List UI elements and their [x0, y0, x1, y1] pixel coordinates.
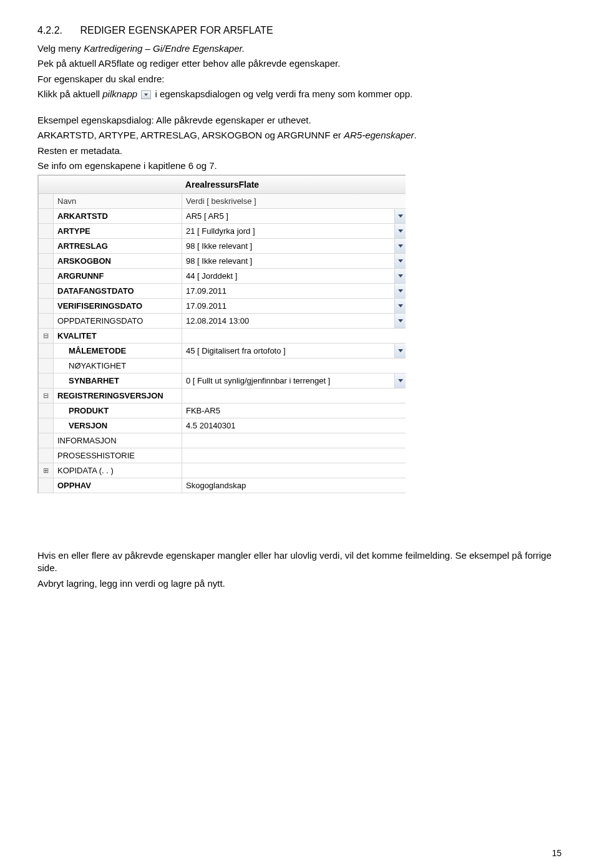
dropdown-arrow-icon: [141, 90, 151, 99]
property-name: DATAFANGSTDATO: [54, 284, 182, 298]
property-row: PROSESSHISTORIE: [39, 448, 406, 463]
dropdown-arrow-icon[interactable]: [394, 284, 406, 298]
svg-marker-5: [398, 289, 403, 292]
property-row: DATAFANGSTDATO17.09.2011: [39, 284, 406, 299]
dropdown-arrow-icon[interactable]: [394, 374, 406, 388]
tree-gutter: [39, 284, 54, 298]
property-value[interactable]: 45 [ Digitalisert fra ortofoto ]: [182, 344, 394, 358]
tree-gutter: [39, 344, 54, 358]
property-name: VERSJON: [54, 418, 182, 433]
dropdown-arrow-icon[interactable]: [394, 224, 406, 238]
paragraph: Hvis en eller flere av påkrevde egenskap…: [37, 549, 562, 575]
header-name-label: Navn: [54, 194, 182, 208]
dropdown-arrow-icon[interactable]: [394, 299, 406, 313]
dropdown-arrow-icon[interactable]: [394, 314, 406, 328]
tree-gutter: [39, 224, 54, 238]
tree-gutter: [39, 314, 54, 328]
property-row: VERSJON4.5 20140301: [39, 418, 406, 433]
tree-gutter: [39, 269, 54, 283]
header-value-label: Verdi [ beskrivelse ]: [182, 194, 406, 208]
property-value: Skogoglandskap: [182, 478, 406, 493]
property-value: FKB-AR5: [182, 403, 406, 418]
property-name: KVALITET: [54, 329, 182, 343]
tree-gutter: [39, 448, 54, 463]
dialog-header-row: Navn Verdi [ beskrivelse ]: [39, 194, 406, 209]
collapse-icon[interactable]: ⊟: [39, 388, 54, 403]
svg-marker-6: [398, 304, 403, 307]
property-row: ARKARTSTDAR5 [ AR5 ]: [39, 209, 406, 224]
svg-marker-9: [398, 379, 403, 382]
section-title: REDIGER EGENSKAPER FOR AR5FLATE: [80, 25, 273, 36]
property-row: OPPHAVSkogoglandskap: [39, 478, 406, 493]
property-name: KOPIDATA (. . ): [54, 463, 182, 478]
text: Velg meny: [37, 43, 84, 54]
property-row: PRODUKTFKB-AR5: [39, 403, 406, 418]
property-name: NØYAKTIGHET: [54, 359, 182, 373]
tree-gutter: [39, 194, 54, 208]
text: AR5-egenskaper: [344, 130, 414, 140]
paragraph: Klikk på aktuell pilknapp i egenskapsdia…: [37, 88, 562, 100]
property-name: REGISTRERINGSVERSJON: [54, 388, 182, 403]
svg-marker-4: [398, 274, 403, 277]
properties-dialog: ArealressursFlate Navn Verdi [ beskrivel…: [37, 175, 406, 493]
property-row: VERIFISERINGSDATO17.09.2011: [39, 299, 406, 314]
property-value[interactable]: 17.09.2011: [182, 284, 394, 298]
tree-gutter: [39, 299, 54, 313]
svg-marker-7: [398, 319, 403, 322]
property-value: [182, 388, 406, 403]
property-name: INFORMASJON: [54, 433, 182, 448]
text: pilknapp: [102, 89, 137, 99]
tree-gutter: [39, 359, 54, 373]
dropdown-arrow-icon[interactable]: [394, 254, 406, 268]
property-value[interactable]: 44 [ Jorddekt ]: [182, 269, 394, 283]
svg-marker-2: [398, 244, 403, 248]
paragraph: Resten er metadata.: [37, 145, 562, 157]
tree-gutter: [39, 478, 54, 493]
property-value[interactable]: 12.08.2014 13:00: [182, 314, 394, 328]
property-value[interactable]: 0 [ Fullt ut synlig/gjenfinnbar i terren…: [182, 374, 394, 388]
property-name: SYNBARHET: [54, 374, 182, 388]
paragraph: Avbryt lagring, legg inn verdi og lagre …: [37, 577, 562, 590]
dialog-title: ArealressursFlate: [39, 176, 406, 194]
paragraph: ARKARTSTD, ARTYPE, ARTRESLAG, ARSKOGBON …: [37, 129, 562, 142]
collapse-icon[interactable]: ⊟: [39, 329, 54, 343]
property-value: [182, 448, 406, 463]
property-value[interactable]: AR5 [ AR5 ]: [182, 209, 394, 223]
tree-gutter: [39, 254, 54, 268]
paragraph: Se info om egenskapene i kapitlene 6 og …: [37, 160, 562, 172]
text: ARKARTSTD, ARTYPE, ARTRESLAG, ARSKOGBON …: [37, 130, 344, 140]
property-value: 4.5 20140301: [182, 418, 406, 433]
property-name: VERIFISERINGSDATO: [54, 299, 182, 313]
property-name: ARTYPE: [54, 224, 182, 238]
property-value: [182, 359, 406, 373]
property-row: OPPDATERINGSDATO12.08.2014 13:00: [39, 314, 406, 329]
property-name: PROSESSHISTORIE: [54, 448, 182, 463]
property-name: ARSKOGBON: [54, 254, 182, 268]
property-name: ARTRESLAG: [54, 239, 182, 253]
svg-marker-0: [398, 215, 403, 218]
paragraph: Pek på aktuell AR5flate og rediger etter…: [37, 57, 562, 70]
paragraph: Velg meny Kartredigering – Gi/Endre Egen…: [37, 42, 562, 55]
property-value[interactable]: 17.09.2011: [182, 299, 394, 313]
property-value[interactable]: 98 [ Ikke relevant ]: [182, 239, 394, 253]
dropdown-arrow-icon[interactable]: [394, 209, 406, 223]
property-row: ⊟REGISTRERINGSVERSJON: [39, 388, 406, 403]
page-number: 15: [552, 848, 562, 858]
property-name: PRODUKT: [54, 403, 182, 418]
svg-marker-3: [398, 259, 403, 263]
dropdown-arrow-icon[interactable]: [394, 269, 406, 283]
property-name: MÅLEMETODE: [54, 344, 182, 358]
property-row: ⊟KVALITET: [39, 329, 406, 344]
property-name: ARGRUNNF: [54, 269, 182, 283]
dropdown-arrow-icon[interactable]: [394, 344, 406, 358]
property-name: ARKARTSTD: [54, 209, 182, 223]
property-value: [182, 433, 406, 448]
property-row: NØYAKTIGHET: [39, 359, 406, 374]
property-row: INFORMASJON: [39, 433, 406, 448]
expand-icon[interactable]: ⊞: [39, 463, 54, 478]
property-value: [182, 329, 406, 343]
property-value[interactable]: 21 [ Fulldyrka jord ]: [182, 224, 394, 238]
dropdown-arrow-icon[interactable]: [394, 239, 406, 253]
property-row: ARTRESLAG98 [ Ikke relevant ]: [39, 239, 406, 254]
property-value[interactable]: 98 [ Ikke relevant ]: [182, 254, 394, 268]
